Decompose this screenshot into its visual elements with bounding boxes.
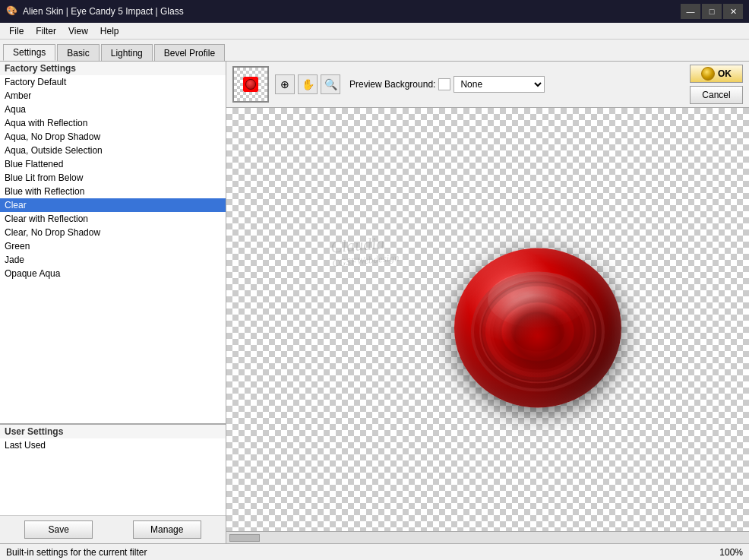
watermark-line1: Claudia [330,232,398,258]
menu-help[interactable]: Help [94,24,125,38]
statusbar: Built-in settings for the current filter… [0,543,749,560]
preview-scrollbar-horizontal[interactable] [226,531,749,543]
watermark-line2: CGSFWebdesign [331,252,399,270]
menu-filter[interactable]: Filter [30,24,62,38]
orb-reflection [471,352,605,408]
canvas-area: Claudia CGSFWebdesign [226,108,749,531]
list-item[interactable]: Green [0,239,226,253]
list-item[interactable]: Aqua [0,103,226,116]
app-icon: 🎨 [6,5,18,17]
user-settings-section: User Settings Last Used [0,424,226,515]
glass-orb-preview [454,248,621,407]
zoom-level: 100% [719,547,743,558]
tab-bar: Settings Basic Lighting Bevel Profile [0,40,749,61]
tab-basic[interactable]: Basic [57,44,99,61]
list-item-last-used[interactable]: Last Used [0,438,226,452]
ok-cancel-area: OK Cancel [690,65,743,104]
list-item[interactable]: Amber [0,89,226,103]
left-panel: Factory Settings Factory Default Amber A… [0,62,226,543]
cancel-button[interactable]: Cancel [690,86,743,104]
titlebar: 🎨 Alien Skin | Eye Candy 5 Impact | Glas… [0,0,749,23]
menubar: File Filter View Help [0,23,749,40]
right-panel: ⊕ ✋ 🔍 Preview Background: None White Bla… [226,62,749,543]
tab-settings[interactable]: Settings [3,44,55,61]
list-item[interactable]: Blue Lit from Below [0,171,226,185]
watermark: Claudia CGSFWebdesign [330,232,400,270]
list-item[interactable]: Opaque Aqua [0,267,226,280]
zoom-in-tool[interactable]: ⊕ [275,74,295,94]
preset-group-header: Factory Settings [0,62,226,75]
ok-coin-icon [701,67,715,81]
close-button[interactable]: ✕ [723,4,743,19]
user-settings-header: User Settings [0,425,226,438]
list-item[interactable]: Clear, No Drop Shadow [0,226,226,239]
minimize-button[interactable]: — [681,4,700,19]
orb-body [454,248,621,407]
preview-tools: ⊕ ✋ 🔍 [275,74,340,94]
menu-view[interactable]: View [62,24,94,38]
list-item[interactable]: Blue with Reflection [0,185,226,198]
list-item-clear[interactable]: Clear [0,198,226,212]
main-window: Settings Basic Lighting Bevel Profile Fa… [0,40,749,560]
preview-bg-color-swatch [438,78,450,90]
pan-tool[interactable]: ✋ [298,74,318,94]
save-button[interactable]: Save [24,520,93,539]
preview-bg-label: Preview Background: [349,79,435,90]
preset-list-container: Factory Settings Factory Default Amber A… [0,62,226,424]
panel-buttons: Save Manage [0,515,226,543]
tab-lighting[interactable]: Lighting [101,44,153,61]
content-area: Factory Settings Factory Default Amber A… [0,61,749,543]
list-item[interactable]: Aqua, No Drop Shadow [0,130,226,144]
list-item[interactable]: Clear with Reflection [0,212,226,226]
window-title: Alien Skin | Eye Candy 5 Impact | Glass [23,6,681,17]
scrollbar-thumb[interactable] [229,534,260,542]
list-item[interactable]: Blue Flattened [0,157,226,171]
zoom-fit-tool[interactable]: 🔍 [321,74,340,94]
tab-bevel-profile[interactable]: Bevel Profile [154,44,225,61]
list-item[interactable]: Aqua with Reflection [0,116,226,130]
preview-thumbnail [232,66,269,103]
preview-bg-select[interactable]: None White Black Custom [454,76,545,93]
list-item[interactable]: Jade [0,253,226,267]
maximize-button[interactable]: □ [702,4,722,19]
list-item[interactable]: Factory Default [0,75,226,89]
menu-file[interactable]: File [3,24,30,38]
list-item[interactable]: Aqua, Outside Selection [0,144,226,157]
preview-header: ⊕ ✋ 🔍 Preview Background: None White Bla… [226,62,749,108]
status-message: Built-in settings for the current filter [6,547,147,558]
manage-button[interactable]: Manage [133,520,201,539]
thumbnail-content [243,77,258,92]
ok-button[interactable]: OK [690,65,743,83]
window-controls: — □ ✕ [681,4,743,19]
preset-list: Factory Settings Factory Default Amber A… [0,62,226,423]
